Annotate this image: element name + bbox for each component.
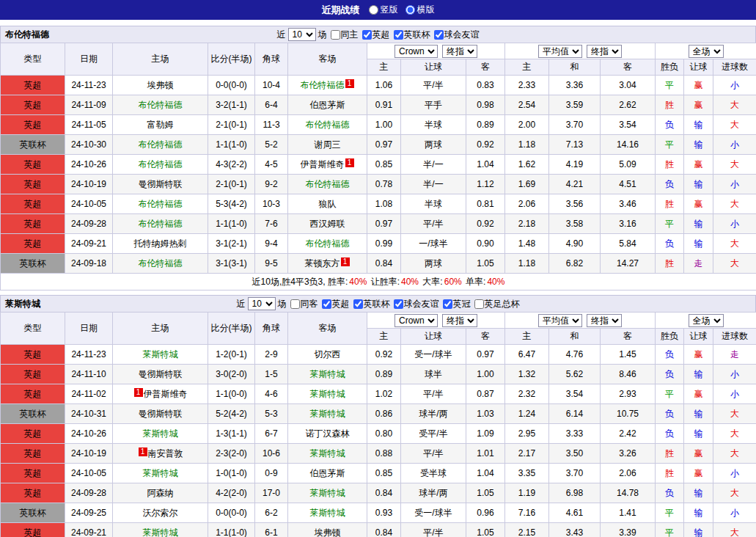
filter-checkbox[interactable] xyxy=(290,299,300,309)
layout-option-horizontal[interactable]: 横版 xyxy=(405,4,435,16)
index-type-select[interactable]: 终指 xyxy=(442,314,477,327)
team-label: 莱斯特城 xyxy=(143,468,178,478)
filter-option-label: 同客 xyxy=(301,298,318,310)
avg-odds-away: 14.27 xyxy=(601,254,656,274)
match-date: 24-11-10 xyxy=(65,365,113,384)
match-row: 英联杯24-09-18布伦特福德3-1(3-1)9-5莱顿东方10.84两球1.… xyxy=(1,254,756,274)
filter-option[interactable]: 英足总杯 xyxy=(474,298,520,310)
corner-count: 5-2 xyxy=(255,135,288,155)
result-handicap: 赢 xyxy=(684,444,713,464)
league-badge: 英联杯 xyxy=(1,135,65,155)
match-row: 英超24-10-191南安普敦2-3(2-0)10-6莱斯特城0.88平/半1.… xyxy=(1,444,756,464)
result-goals: 大 xyxy=(713,404,756,424)
match-count-select[interactable]: 10 xyxy=(288,28,316,41)
fulltime-select[interactable]: 全场 xyxy=(689,45,724,58)
filter-checkbox[interactable] xyxy=(394,299,403,309)
bookmaker-select[interactable]: Crown xyxy=(394,314,438,327)
filter-checkbox[interactable] xyxy=(474,299,484,309)
odds-handicap: 平/半 xyxy=(401,76,466,95)
filter-option[interactable]: 同主 xyxy=(331,29,359,41)
layout-radio-input[interactable] xyxy=(405,5,415,15)
avg-odds-draw: 4.21 xyxy=(549,175,601,194)
average-select[interactable]: 平均值 xyxy=(538,314,582,327)
games-label: 场 xyxy=(318,29,327,41)
average-select[interactable]: 平均值 xyxy=(538,45,582,58)
filter-option[interactable]: 球会友谊 xyxy=(394,298,439,310)
filter-checkbox[interactable] xyxy=(434,30,444,40)
league-badge: 英超 xyxy=(1,234,65,254)
avg-odds-home: 2.15 xyxy=(505,523,549,537)
summary-value: 40% xyxy=(401,277,419,287)
topbar: 近期战绩 竖版横版 xyxy=(0,0,756,20)
col-score: 比分(半场) xyxy=(208,313,255,345)
avg-odds-away: 14.16 xyxy=(601,135,656,155)
team-label: 狼队 xyxy=(319,199,337,209)
away-team: 伯恩茅斯 xyxy=(288,464,367,483)
sub-col-header: 客 xyxy=(466,59,505,76)
match-score: 3-1(3-1) xyxy=(208,254,255,274)
avg-odds-away: 3.39 xyxy=(601,523,656,537)
home-team: 布伦特福德 xyxy=(113,194,208,214)
filter-option[interactable]: 英超 xyxy=(322,298,350,310)
filter-option[interactable]: 英超 xyxy=(362,29,390,41)
filter-option[interactable]: 英联杯 xyxy=(394,29,430,41)
bookmaker-select[interactable]: Crown xyxy=(394,45,438,58)
avg-odds-draw: 3.56 xyxy=(549,194,601,214)
filter-option[interactable]: 球会友谊 xyxy=(434,29,480,41)
result-handicap: 输 xyxy=(684,135,713,155)
league-badge: 英超 xyxy=(1,444,65,464)
odds-away: 0.81 xyxy=(466,194,505,214)
team-label: 布伦特福德 xyxy=(306,120,350,130)
avg-odds-home: 3.35 xyxy=(505,464,549,483)
avg-odds-home: 1.69 xyxy=(505,175,549,194)
result-winloss: 胜 xyxy=(656,464,684,483)
odds-away: 1.12 xyxy=(466,175,505,194)
corner-count: 10-4 xyxy=(255,76,288,95)
result-winloss: 负 xyxy=(656,404,684,424)
filter-checkbox[interactable] xyxy=(394,30,403,40)
team-label: 莱顿东方 xyxy=(305,258,340,268)
result-handicap: 赢 xyxy=(684,464,713,483)
odds-handicap: 半/一 xyxy=(401,175,466,194)
filter-option[interactable]: 同客 xyxy=(290,298,318,310)
team-label: 曼彻斯特联 xyxy=(139,409,183,419)
summary-row: 近10场,胜4平3负3, 胜率:40% 让胜率:40% 大率:60% 单率:40… xyxy=(1,274,756,291)
match-score: 4-2(2-0) xyxy=(208,483,255,503)
index-type-select-2[interactable]: 终指 xyxy=(587,45,622,58)
filter-checkbox[interactable] xyxy=(322,299,331,309)
filter-checkbox[interactable] xyxy=(331,30,340,40)
filter-checkbox[interactable] xyxy=(353,299,363,309)
odds-handicap: 受平/半 xyxy=(401,424,466,444)
result-handicap: 赢 xyxy=(684,155,713,175)
header-row-groups: 类型日期主场比分(半场)角球客场Crown终指平均值终指全场 xyxy=(1,43,756,59)
filter-option[interactable]: 英联杯 xyxy=(353,298,390,310)
index-type-select[interactable]: 终指 xyxy=(442,45,477,58)
filter-checkbox[interactable] xyxy=(362,30,372,40)
home-team: 阿森纳 xyxy=(113,483,208,503)
match-date: 24-10-05 xyxy=(65,464,113,483)
match-count-select[interactable]: 10 xyxy=(248,297,276,310)
avg-odds-draw: 4.90 xyxy=(549,234,601,254)
filter-checkbox[interactable] xyxy=(443,299,452,309)
away-team: 莱斯特城 xyxy=(288,384,367,404)
section-header: 布伦特福德近10场同主英超英联杯球会友谊 xyxy=(0,26,756,43)
index-type-select-2[interactable]: 终指 xyxy=(587,314,622,327)
col-date: 日期 xyxy=(65,313,113,345)
team-label: 伯恩茅斯 xyxy=(310,100,345,110)
avg-odds-draw: 3.70 xyxy=(549,115,601,135)
result-winloss: 负 xyxy=(656,234,684,254)
avg-odds-draw: 3.43 xyxy=(549,523,601,537)
sub-col-header: 和 xyxy=(549,329,601,345)
match-row: 英超24-10-05莱斯特城1-0(1-0)0-9伯恩茅斯0.85受半球1.04… xyxy=(1,464,756,483)
filter-option[interactable]: 英冠 xyxy=(443,298,471,310)
layout-option-vertical[interactable]: 竖版 xyxy=(369,4,398,16)
odds-home: 0.84 xyxy=(367,483,401,503)
sub-col-header: 主 xyxy=(505,329,549,345)
odds-handicap: 球半/两 xyxy=(401,483,466,503)
fulltime-select[interactable]: 全场 xyxy=(689,314,724,327)
corner-count: 6-7 xyxy=(255,424,288,444)
col-date: 日期 xyxy=(65,43,113,76)
layout-radio-input[interactable] xyxy=(369,5,378,15)
red-card-badge: 1 xyxy=(341,257,350,266)
avg-odds-home: 1.62 xyxy=(505,155,549,175)
